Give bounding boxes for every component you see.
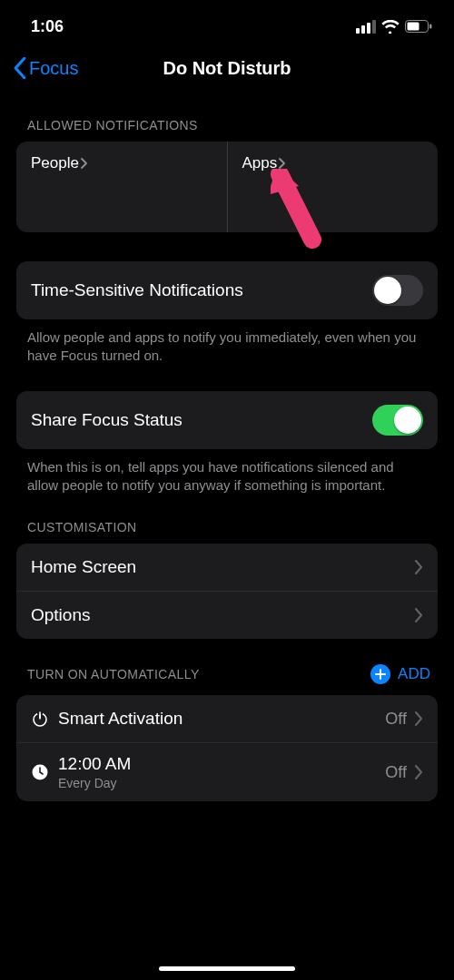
chevron-right-icon bbox=[414, 765, 423, 779]
share-status-card: Share Focus Status bbox=[16, 391, 438, 449]
share-status-row[interactable]: Share Focus Status bbox=[16, 391, 438, 449]
time-sensitive-footer: Allow people and apps to notify you imme… bbox=[16, 319, 438, 366]
back-label: Focus bbox=[29, 58, 78, 79]
home-screen-label: Home Screen bbox=[31, 557, 407, 577]
share-status-toggle[interactable] bbox=[372, 405, 423, 436]
people-label: People bbox=[31, 154, 79, 172]
status-time: 1:06 bbox=[31, 17, 64, 36]
home-indicator[interactable] bbox=[159, 966, 295, 971]
chevron-right-icon bbox=[414, 560, 423, 574]
auto-card: Smart Activation Off 12:00 AM Every Day … bbox=[16, 695, 438, 801]
battery-icon bbox=[405, 20, 432, 33]
clock-icon bbox=[31, 763, 58, 781]
svg-rect-1 bbox=[408, 23, 419, 31]
cellular-icon bbox=[356, 20, 376, 34]
smart-activation-label: Smart Activation bbox=[58, 709, 385, 729]
share-status-footer: When this is on, tell apps you have noti… bbox=[16, 449, 438, 495]
back-button[interactable]: Focus bbox=[13, 57, 78, 79]
time-sensitive-toggle[interactable] bbox=[372, 275, 423, 306]
allowed-header: Allowed Notifications bbox=[16, 93, 438, 142]
smart-activation-row[interactable]: Smart Activation Off bbox=[16, 695, 438, 742]
chevron-right-icon bbox=[279, 158, 286, 169]
schedule-row[interactable]: 12:00 AM Every Day Off bbox=[16, 742, 438, 801]
wifi-icon bbox=[381, 20, 400, 34]
time-sensitive-card: Time-Sensitive Notifications bbox=[16, 261, 438, 319]
auto-header: Turn On Automatically bbox=[27, 667, 200, 681]
chevron-right-icon bbox=[414, 608, 423, 622]
smart-activation-value: Off bbox=[385, 710, 407, 729]
add-label: ADD bbox=[398, 665, 430, 683]
chevron-left-icon bbox=[13, 57, 27, 79]
schedule-repeat: Every Day bbox=[58, 776, 385, 790]
svg-rect-2 bbox=[429, 24, 432, 29]
auto-header-row: Turn On Automatically ADD bbox=[16, 639, 438, 695]
options-row[interactable]: Options bbox=[16, 591, 438, 639]
chevron-right-icon bbox=[414, 711, 423, 726]
share-status-label: Share Focus Status bbox=[31, 410, 372, 430]
allowed-card: People Apps bbox=[16, 142, 438, 232]
status-bar: 1:06 bbox=[0, 0, 454, 44]
home-screen-row[interactable]: Home Screen bbox=[16, 544, 438, 591]
nav-bar: Focus Do Not Disturb bbox=[0, 44, 454, 93]
custom-header: Customisation bbox=[16, 495, 438, 544]
chevron-right-icon bbox=[81, 158, 88, 169]
plus-circle-icon bbox=[370, 664, 390, 684]
add-button[interactable]: ADD bbox=[370, 664, 430, 684]
options-label: Options bbox=[31, 605, 407, 625]
power-icon bbox=[31, 710, 58, 728]
allowed-apps[interactable]: Apps bbox=[227, 142, 439, 232]
status-icons bbox=[356, 20, 432, 34]
time-sensitive-row[interactable]: Time-Sensitive Notifications bbox=[16, 261, 438, 319]
time-sensitive-label: Time-Sensitive Notifications bbox=[31, 280, 372, 300]
custom-card: Home Screen Options bbox=[16, 544, 438, 639]
page-title: Do Not Disturb bbox=[163, 58, 291, 79]
schedule-time: 12:00 AM bbox=[58, 754, 385, 774]
allowed-people[interactable]: People bbox=[16, 142, 227, 232]
apps-label: Apps bbox=[242, 154, 278, 172]
schedule-value: Off bbox=[385, 763, 407, 782]
